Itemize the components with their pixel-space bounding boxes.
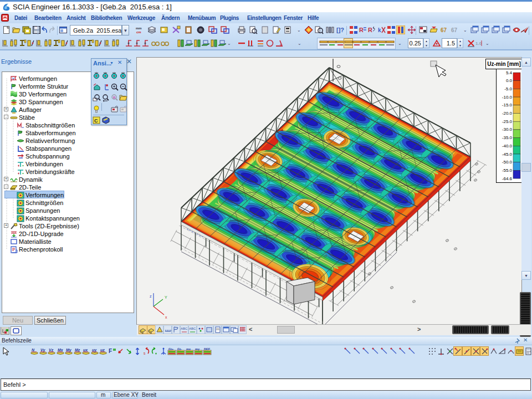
svg-text:R: R bbox=[359, 27, 364, 33]
svg-text:67: 67 bbox=[441, 27, 447, 33]
svg-text:mx: mx bbox=[186, 347, 191, 351]
svg-text:Mz: Mz bbox=[75, 348, 80, 352]
svg-text:R: R bbox=[113, 96, 116, 99]
svg-text:-20.0: -20.0 bbox=[502, 111, 513, 116]
svg-text:Vz: Vz bbox=[49, 348, 54, 352]
svg-text:My: My bbox=[66, 348, 72, 352]
svg-text:-25.0: -25.0 bbox=[502, 119, 513, 124]
svg-text:67: 67 bbox=[451, 27, 458, 33]
svg-text:-45.0: -45.0 bbox=[502, 152, 513, 157]
svg-text:cm: cm bbox=[136, 30, 141, 34]
svg-text:1.0: 1.0 bbox=[475, 41, 482, 46]
svg-text:-15.0: -15.0 bbox=[502, 103, 513, 108]
svg-text:Gt+: Gt+ bbox=[168, 347, 173, 351]
svg-text:5.4: 5.4 bbox=[506, 70, 513, 75]
svg-text:x: x bbox=[165, 315, 167, 319]
svg-text:5: 5 bbox=[144, 352, 146, 355]
svg-text:mm: mm bbox=[136, 27, 142, 30]
svg-text:ABC: ABC bbox=[189, 327, 196, 330]
svg-text:-55.0: -55.0 bbox=[502, 168, 513, 173]
svg-text:uz: uz bbox=[100, 348, 105, 352]
svg-text:[]?: []? bbox=[336, 27, 344, 33]
svg-text:-5.0: -5.0 bbox=[504, 86, 512, 91]
svg-text:DEF: DEF bbox=[204, 347, 211, 351]
svg-text:Mx: Mx bbox=[58, 348, 64, 352]
svg-text:-40.0: -40.0 bbox=[502, 144, 513, 149]
svg-text:ux: ux bbox=[83, 348, 88, 352]
svg-text:uy: uy bbox=[92, 348, 97, 352]
svg-text:ABC: ABC bbox=[181, 327, 188, 330]
svg-text:-30.0: -30.0 bbox=[502, 127, 513, 132]
svg-text:C: C bbox=[94, 118, 98, 124]
svg-text:N: N bbox=[32, 348, 35, 352]
svg-text:my: my bbox=[195, 347, 200, 351]
svg-text:z: z bbox=[150, 294, 152, 298]
svg-text:-50.0: -50.0 bbox=[502, 160, 513, 165]
svg-text:R: R bbox=[368, 27, 372, 33]
svg-text:-64.6: -64.6 bbox=[502, 176, 513, 181]
svg-text:Y: Y bbox=[165, 295, 167, 299]
svg-text:F: F bbox=[109, 348, 112, 354]
svg-text:Gt-: Gt- bbox=[177, 347, 182, 351]
svg-text:-10.0: -10.0 bbox=[502, 95, 513, 100]
svg-text:-35.0: -35.0 bbox=[502, 135, 513, 140]
svg-text:k: k bbox=[378, 27, 381, 33]
svg-text:Vy: Vy bbox=[40, 348, 46, 352]
svg-text:0.0: 0.0 bbox=[506, 78, 513, 83]
